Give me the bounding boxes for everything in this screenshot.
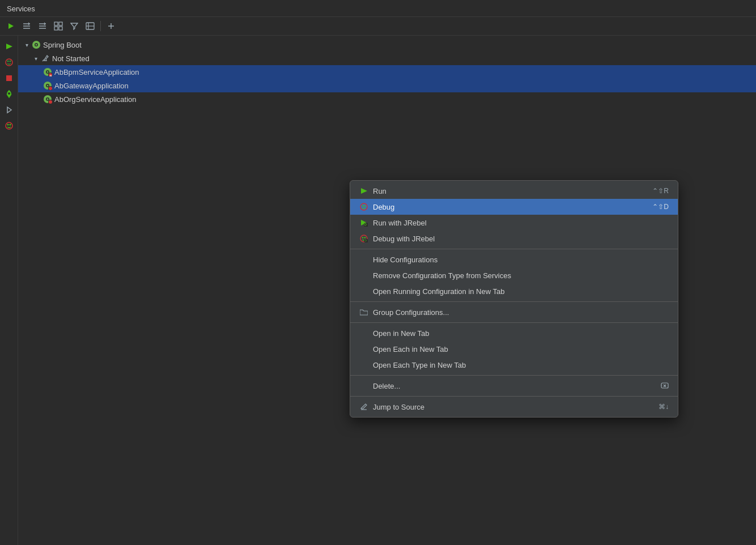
toolbar-separator: [100, 21, 101, 31]
menu-item-remove-config-type[interactable]: Remove Configuration Type from Services: [350, 267, 678, 283]
svg-point-28: [36, 44, 37, 46]
menu-item-run[interactable]: Run ⌃⇧R: [350, 183, 678, 199]
debug-icon: [359, 202, 368, 211]
filter-button[interactable]: [67, 19, 82, 33]
menu-item-open-new-tab[interactable]: Open in New Tab: [350, 325, 678, 341]
services-panel: Services: [0, 0, 756, 545]
hide-config-label: Hide Configurations: [373, 256, 669, 264]
open-new-tab-icon: [359, 329, 368, 338]
remove-config-label: Remove Configuration Type from Services: [373, 271, 669, 280]
tree-area: ▾ Spring Boot ▾: [18, 36, 756, 545]
svg-point-48: [362, 205, 364, 207]
debug-shortcut: ⌃⇧D: [652, 203, 669, 211]
sidebar-arrow-icon[interactable]: [3, 104, 15, 116]
menu-item-open-each-type[interactable]: Open Each Type in New Tab: [350, 357, 678, 373]
expand-all-button[interactable]: [19, 19, 34, 33]
svg-marker-22: [7, 107, 11, 113]
open-each-new-tab-icon: [359, 344, 368, 354]
spring-boot-icon: [32, 40, 41, 49]
tree-item-spring-boot[interactable]: ▾ Spring Boot: [18, 38, 756, 52]
open-each-type-icon: [359, 360, 368, 369]
svg-rect-8: [59, 22, 62, 25]
sidebar-debug-icon[interactable]: [3, 56, 15, 69]
open-each-type-label: Open Each Type in New Tab: [373, 361, 669, 369]
toolbar: [0, 17, 756, 36]
svg-rect-10: [59, 27, 62, 30]
delete-label: Delete...: [373, 382, 656, 390]
pencil-icon: [359, 402, 368, 411]
svg-marker-46: [361, 188, 367, 194]
open-running-icon: [359, 287, 368, 296]
tree-item-app1[interactable]: ⚙ AbBpmServiceApplication: [18, 65, 756, 79]
menu-item-open-running[interactable]: Open Running Configuration in New Tab: [350, 283, 678, 299]
context-menu: Run ⌃⇧R Debug ⌃⇧D: [350, 180, 678, 418]
separator-5: [350, 396, 678, 397]
svg-marker-0: [9, 23, 14, 29]
delete-shortcut: [661, 381, 669, 391]
app3-label: AbOrgServiceApplication: [54, 95, 137, 104]
left-sidebar: [0, 36, 18, 545]
svg-rect-9: [54, 27, 58, 30]
hide-config-icon: [359, 255, 368, 264]
svg-rect-20: [6, 75, 12, 81]
add-button[interactable]: [104, 19, 118, 33]
jrebel-run-icon: [359, 218, 368, 227]
svg-point-25: [9, 124, 11, 126]
app1-icon: ⚙: [43, 67, 52, 76]
svg-point-47: [360, 203, 367, 210]
spring-boot-label: Spring Boot: [43, 41, 82, 49]
svg-point-54: [364, 237, 366, 239]
svg-point-45: [49, 100, 52, 104]
menu-item-open-each-new-tab[interactable]: Open Each in New Tab: [350, 341, 678, 357]
panel-title: Services: [0, 0, 756, 17]
menu-item-group-config[interactable]: Group Configurations...: [350, 304, 678, 320]
menu-item-debug-jrebel[interactable]: Debug with JRebel: [350, 231, 678, 246]
svg-point-18: [7, 61, 9, 62]
open-new-tab-label: Open in New Tab: [373, 329, 669, 338]
debug-label: Debug: [373, 203, 648, 211]
run-label: Run: [373, 187, 648, 195]
run-button[interactable]: [3, 19, 18, 33]
svg-point-40: [49, 87, 52, 90]
svg-point-49: [364, 205, 366, 207]
delete-icon: [359, 381, 368, 390]
tree-item-app2[interactable]: AbGatewayApplication: [18, 79, 756, 92]
open-running-label: Open Running Configuration in New Tab: [373, 287, 669, 296]
svg-point-24: [7, 124, 9, 126]
debug-jrebel-label: Debug with JRebel: [373, 235, 669, 243]
sidebar-rocket-icon[interactable]: [3, 88, 15, 100]
app1-label: AbBpmServiceApplication: [54, 68, 139, 76]
app2-icon: [43, 81, 52, 90]
svg-point-23: [6, 122, 12, 129]
not-started-label: Not Started: [52, 54, 90, 63]
sidebar-bug2-icon[interactable]: [3, 120, 15, 132]
sidebar-run-icon[interactable]: [3, 40, 15, 53]
app2-label: AbGatewayApplication: [54, 82, 129, 90]
menu-item-hide-config[interactable]: Hide Configurations: [350, 252, 678, 267]
menu-item-delete[interactable]: Delete...: [350, 378, 678, 394]
menu-item-jump-to-source[interactable]: Jump to Source ⌘↓: [350, 399, 678, 415]
not-started-arrow: ▾: [32, 54, 40, 62]
svg-point-53: [362, 237, 364, 239]
collapse-all-button[interactable]: [35, 19, 50, 33]
svg-rect-7: [54, 22, 58, 25]
app3-icon: [43, 95, 52, 104]
remove-config-icon: [359, 271, 368, 280]
pin-button[interactable]: [83, 19, 97, 33]
open-each-new-tab-label: Open Each in New Tab: [373, 345, 669, 354]
sidebar-stop-icon[interactable]: [3, 72, 15, 84]
run-shortcut: ⌃⇧R: [652, 187, 669, 195]
svg-point-43: [47, 99, 49, 100]
tree-view-button[interactable]: [51, 19, 66, 33]
group-config-label: Group Configurations...: [373, 308, 669, 317]
spring-boot-arrow: ▾: [23, 41, 31, 49]
tree-item-app3[interactable]: AbOrgServiceApplication: [18, 92, 756, 106]
jump-to-source-label: Jump to Source: [373, 403, 654, 411]
separator-2: [350, 301, 678, 302]
svg-point-32: [47, 71, 49, 73]
menu-item-run-jrebel[interactable]: Run with JRebel: [350, 215, 678, 231]
tree-item-not-started[interactable]: ▾ Not Started: [18, 52, 756, 65]
svg-point-17: [6, 59, 12, 66]
menu-item-debug[interactable]: Debug ⌃⇧D: [350, 199, 678, 215]
svg-point-19: [9, 61, 11, 62]
